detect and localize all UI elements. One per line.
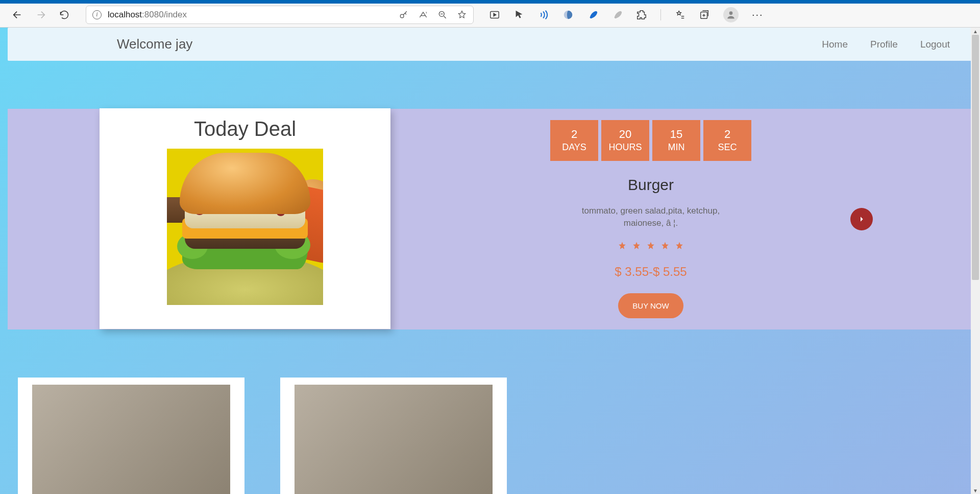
- countdown-hours-label: HOURS: [608, 142, 642, 153]
- svg-point-5: [729, 11, 733, 15]
- countdown-days: 2 DAYS: [550, 120, 598, 161]
- back-button[interactable]: [10, 8, 24, 22]
- nav-profile[interactable]: Profile: [870, 39, 898, 50]
- cursor-icon[interactable]: [513, 9, 525, 20]
- nav-controls: [10, 8, 71, 22]
- site-navbar: Welcome jay Home Profile Logout: [8, 28, 972, 61]
- countdown-days-label: DAYS: [562, 142, 586, 153]
- countdown-min-value: 15: [670, 128, 682, 141]
- star-icon: [646, 241, 655, 250]
- carousel-next-button[interactable]: [850, 208, 873, 230]
- refresh-button[interactable]: [57, 8, 71, 22]
- rating-stars: [618, 241, 684, 250]
- star-icon: [660, 241, 670, 250]
- read-aloud-icon[interactable]: [418, 10, 428, 20]
- deal-section: Today Deal 2: [8, 109, 972, 330]
- extensions-icon[interactable]: [636, 9, 647, 20]
- favorites-list-icon[interactable]: [674, 9, 685, 20]
- nav-links: Home Profile Logout: [822, 39, 950, 50]
- toolbar-extensions: ···: [489, 7, 764, 22]
- star-icon: [675, 241, 684, 250]
- deal-price: $ 3.55-$ 5.55: [615, 265, 687, 279]
- feather-icon[interactable]: [587, 9, 598, 20]
- key-icon[interactable]: [399, 10, 409, 20]
- nav-logout[interactable]: Logout: [920, 39, 950, 50]
- countdown-sec-value: 2: [724, 128, 730, 141]
- chevron-right-icon: [857, 215, 866, 223]
- buy-now-button[interactable]: BUY NOW: [618, 293, 683, 318]
- feather-grey-icon[interactable]: [611, 9, 623, 20]
- countdown-hours: 20 HOURS: [601, 120, 649, 161]
- forward-button[interactable]: [34, 8, 48, 22]
- scroll-up-arrow[interactable]: ▲: [971, 28, 980, 35]
- deal-title: Today Deal: [194, 117, 296, 140]
- deal-image: [167, 149, 323, 305]
- countdown-hours-value: 20: [619, 128, 631, 141]
- card-image: [32, 385, 230, 494]
- vertical-scrollbar[interactable]: ▲ ▼: [971, 28, 980, 494]
- star-icon: [632, 241, 641, 250]
- countdown-sec: 2 SEC: [703, 120, 751, 161]
- collections-icon[interactable]: [699, 9, 710, 20]
- countdown-min-label: MIN: [668, 142, 685, 153]
- countdown-min: 15 MIN: [652, 120, 700, 161]
- url-bar-actions: [399, 10, 467, 20]
- more-menu-button[interactable]: ···: [752, 9, 764, 20]
- deal-item-name: Burger: [628, 176, 674, 194]
- star-icon: [618, 241, 627, 250]
- deal-card: Today Deal: [100, 108, 390, 329]
- nav-home[interactable]: Home: [822, 39, 848, 50]
- toolbar-separator: [660, 9, 661, 20]
- address-bar[interactable]: i localhost:8080/index: [86, 6, 474, 24]
- card-item[interactable]: [280, 378, 507, 494]
- countdown: 2 DAYS 20 HOURS 15 MIN 2 SEC: [550, 120, 751, 161]
- globe-icon[interactable]: [562, 9, 574, 20]
- page-viewport: Welcome jay Home Profile Logout Today De…: [0, 28, 980, 494]
- welcome-text: Welcome jay: [117, 36, 192, 52]
- browser-toolbar: i localhost:8080/index ···: [0, 0, 980, 28]
- card-item[interactable]: [18, 378, 244, 494]
- countdown-sec-label: SEC: [718, 142, 737, 153]
- profile-avatar[interactable]: [723, 7, 739, 22]
- countdown-days-value: 2: [571, 128, 577, 141]
- bottom-cards: [8, 378, 972, 494]
- deal-description: tommato, green salad,pita, ketchup, maio…: [579, 205, 722, 229]
- scroll-thumb[interactable]: [972, 35, 979, 280]
- site-info-icon[interactable]: i: [92, 10, 102, 19]
- zoom-out-icon[interactable]: [437, 10, 448, 20]
- favorite-icon[interactable]: [457, 10, 467, 20]
- url-text: localhost:8080/index: [108, 10, 187, 20]
- card-image: [295, 385, 493, 494]
- scroll-down-arrow[interactable]: ▼: [971, 487, 980, 494]
- deal-details: 2 DAYS 20 HOURS 15 MIN 2 SEC: [421, 120, 880, 319]
- media-icon[interactable]: [489, 9, 500, 20]
- sound-icon[interactable]: [538, 9, 549, 20]
- svg-point-0: [400, 14, 404, 18]
